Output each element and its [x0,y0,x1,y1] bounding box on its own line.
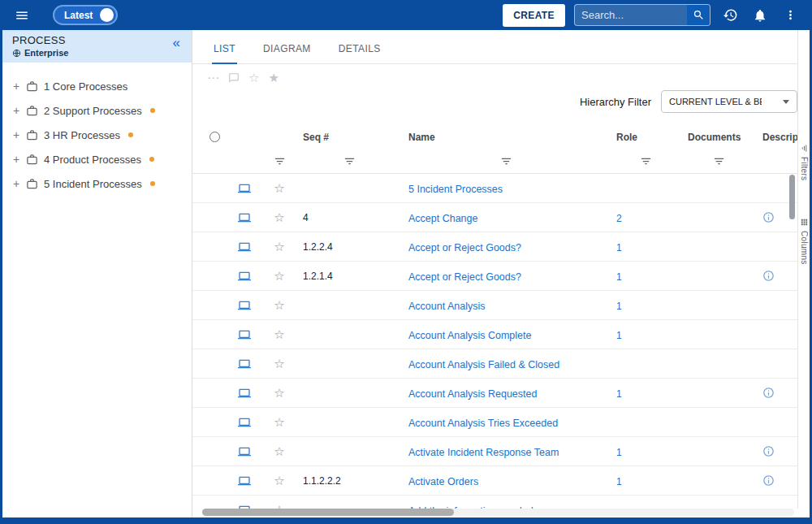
info-icon[interactable] [762,474,797,487]
process-name-link[interactable]: Activate Incident Response Team [408,447,559,458]
filter-icon [800,144,809,153]
role-count-link[interactable]: 1 [616,330,622,341]
latest-version-toggle[interactable]: Latest [53,5,118,25]
role-count-link[interactable]: 1 [616,447,622,458]
more-actions-icon[interactable]: ⋯ [207,71,219,84]
hierarchy-filter-label: Hierarchy Filter [580,96,651,108]
favorite-star-icon[interactable]: ☆ [274,269,284,284]
table-row: ☆Account Analysis1 [192,291,797,320]
process-name-link[interactable]: Accept or Reject Goods? [408,271,521,283]
favorite-star-icon[interactable]: ☆ [274,327,284,342]
horizontal-scrollbar-thumb[interactable] [202,509,454,516]
filter-funnel-icon-role[interactable] [610,155,681,167]
create-button[interactable]: CREATE [503,4,565,27]
tab-details[interactable]: DETAILS [337,40,382,63]
open-diagram-monitor-icon[interactable] [238,270,251,283]
info-icon[interactable] [762,270,797,282]
favorite-star-icon[interactable]: ☆ [274,386,284,401]
open-diagram-monitor-icon[interactable] [238,357,251,370]
favorite-star-icon[interactable]: ☆ [274,181,284,196]
process-name-link[interactable]: Activate Orders [408,476,478,487]
info-icon[interactable] [762,445,797,457]
filter-funnel-icon-seq[interactable] [296,155,402,167]
sidebar-item-5[interactable]: +5 Incident Processes [2,171,192,196]
open-diagram-monitor-icon[interactable] [238,474,251,487]
toggle-knob-icon[interactable] [100,8,114,22]
favorite-star-icon[interactable]: ☆ [274,415,284,430]
columns-tab-label: Columns [800,231,809,265]
process-name-link[interactable]: Accept Change [408,213,477,224]
open-diagram-monitor-icon[interactable] [238,328,251,341]
comment-icon[interactable] [228,72,240,84]
column-header-name[interactable]: Name [402,132,610,143]
favorite-star-icon[interactable]: ☆ [274,474,284,488]
tab-list[interactable]: LIST [212,40,237,64]
notifications-bell-icon[interactable] [749,5,771,26]
expand-plus-icon[interactable]: + [12,104,20,117]
column-header-documents[interactable]: Documents [681,132,756,143]
tab-diagram[interactable]: DIAGRAM [261,40,313,63]
collapse-sidebar-icon[interactable]: « [170,34,184,51]
kebab-menu-icon[interactable] [780,5,801,26]
role-count-link[interactable]: 1 [616,301,622,312]
orange-status-dot [149,157,154,162]
expand-plus-icon[interactable]: + [12,153,20,166]
favorite-star-icon[interactable]: ☆ [274,444,284,459]
menu-icon[interactable] [11,5,32,26]
filters-panel-tab[interactable]: Filters [800,144,809,180]
role-count-link[interactable]: 1 [616,242,622,253]
favorite-star-icon[interactable]: ☆ [274,298,284,313]
search-input[interactable] [575,9,687,21]
open-diagram-monitor-icon[interactable] [238,387,251,400]
favorite-star-icon[interactable]: ☆ [274,210,284,225]
process-name-link[interactable]: Account Analysis Tries Exceeded [408,418,558,429]
filter-funnel-icon-favorites[interactable] [262,155,296,167]
orange-status-dot [150,108,155,113]
open-diagram-monitor-icon[interactable] [238,211,251,224]
open-diagram-monitor-icon[interactable] [238,182,251,195]
sidebar-item-2[interactable]: +2 Support Processes [2,98,192,123]
top-bar: Latest CREATE [0,0,812,30]
process-name-link[interactable]: 5 Incident Processes [408,184,503,195]
expand-plus-icon[interactable]: + [12,128,20,141]
sidebar-item-3[interactable]: +3 HR Processes [2,123,192,147]
column-header-seq[interactable]: Seq # [296,132,402,143]
column-header-role[interactable]: Role [610,132,681,143]
role-count-link[interactable]: 1 [616,271,622,283]
history-icon[interactable] [719,5,741,26]
table-header: Seq # Name Role Documents Description [192,124,797,149]
horizontal-scrollbar[interactable] [202,509,794,516]
filter-funnel-icon-name[interactable] [402,155,610,167]
vertical-scrollbar[interactable] [789,175,795,219]
role-count-link[interactable]: 1 [616,388,622,400]
open-diagram-monitor-icon[interactable] [238,240,251,253]
hierarchy-filter-select[interactable]: CURRENT LEVEL & BELOW [661,90,797,113]
role-count-link[interactable]: 1 [616,476,622,487]
favorite-star-icon[interactable]: ☆ [274,357,284,371]
star-outline-icon[interactable]: ☆ [248,71,259,84]
process-name-link[interactable]: Account Analysis Failed & Closed [408,359,559,370]
open-diagram-monitor-icon[interactable] [238,299,251,312]
process-name-link[interactable]: Account Analysis [408,301,486,312]
search-button[interactable] [687,4,710,26]
role-count-link[interactable]: 2 [616,213,622,224]
process-name-link[interactable]: Accept or Reject Goods? [408,242,521,253]
expand-plus-icon[interactable]: + [12,80,20,93]
orange-status-dot [128,132,133,137]
columns-panel-tab[interactable]: Columns [800,218,809,265]
seq-cell: 1.1.2.2.2 [296,475,402,487]
sidebar-item-1[interactable]: +1 Core Processes [2,74,192,98]
globe-icon [12,49,21,58]
select-all-radio[interactable] [209,132,220,142]
sidebar-item-4[interactable]: +4 Product Processes [2,147,192,171]
open-diagram-monitor-icon[interactable] [238,445,251,458]
filter-funnel-icon-documents[interactable] [681,155,756,167]
process-name-link[interactable]: Account Analysis Complete [408,330,531,341]
star-filled-icon[interactable]: ★ [268,71,279,84]
column-header-description[interactable]: Description [756,132,797,143]
process-name-link[interactable]: Account Analysis Requested [408,388,537,400]
expand-plus-icon[interactable]: + [12,177,20,190]
open-diagram-monitor-icon[interactable] [238,416,251,429]
favorite-star-icon[interactable]: ☆ [274,240,284,254]
info-icon[interactable] [762,387,797,399]
